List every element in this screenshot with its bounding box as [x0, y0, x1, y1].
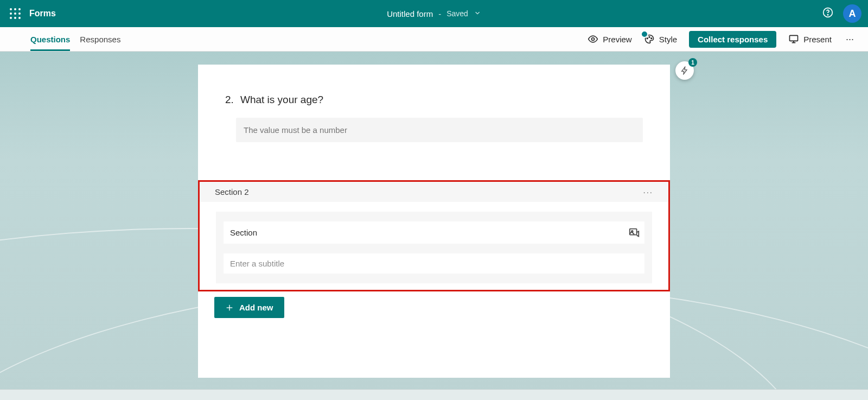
section-2-block: Section 2 ···	[198, 180, 670, 291]
question-2[interactable]: 2. What is your age?	[225, 94, 643, 106]
preview-label: Preview	[603, 35, 631, 44]
user-avatar[interactable]: A	[843, 4, 861, 23]
add-new-button[interactable]: Add new	[214, 297, 284, 318]
svg-point-1	[14, 8, 16, 10]
svg-point-11	[592, 38, 595, 41]
svg-point-0	[10, 8, 12, 10]
form-title[interactable]: Untitled form	[387, 9, 433, 18]
title-separator: -	[438, 9, 441, 18]
app-header: Forms Untitled form - Saved A	[0, 0, 868, 27]
app-name: Forms	[29, 9, 56, 18]
style-label: Style	[659, 35, 677, 44]
app-launcher-icon[interactable]	[9, 7, 22, 20]
window-status-bar	[0, 389, 868, 400]
svg-point-14	[651, 38, 652, 39]
chevron-down-icon[interactable]	[474, 9, 481, 18]
svg-point-13	[649, 36, 650, 37]
present-label: Present	[803, 35, 832, 44]
svg-point-2	[18, 8, 21, 10]
header-title-group: Untitled form - Saved	[387, 9, 481, 18]
svg-point-8	[18, 17, 21, 19]
question-text: What is your age?	[240, 94, 323, 106]
answer-placeholder-box[interactable]: The value must be a number	[236, 118, 643, 142]
svg-point-10	[827, 14, 828, 15]
section-body	[216, 212, 652, 283]
svg-point-5	[18, 12, 21, 15]
insert-media-icon[interactable]	[628, 227, 640, 239]
more-options-icon[interactable]: ···	[844, 34, 856, 45]
section-more-icon[interactable]: ···	[643, 187, 653, 196]
section-title-input[interactable]	[224, 221, 644, 244]
form-card: 1 2. What is your age? The value must be…	[198, 65, 670, 378]
present-button[interactable]: Present	[788, 34, 832, 45]
ideas-button[interactable]: 1	[675, 61, 694, 80]
style-button[interactable]: Style	[644, 34, 677, 45]
svg-point-12	[647, 38, 648, 39]
section-header[interactable]: Section 2 ···	[200, 182, 668, 202]
section-subtitle-input[interactable]	[224, 253, 644, 274]
question-number: 2.	[225, 94, 236, 106]
avatar-initial: A	[849, 8, 856, 20]
save-status: Saved	[446, 9, 468, 18]
style-update-badge	[641, 30, 648, 38]
collect-label: Collect responses	[698, 35, 768, 44]
tab-responses[interactable]: Responses	[80, 27, 120, 51]
tab-responses-label: Responses	[80, 35, 120, 44]
tab-questions-label: Questions	[30, 35, 70, 44]
help-icon[interactable]	[822, 7, 833, 21]
add-new-label: Add new	[239, 303, 273, 312]
svg-point-3	[10, 12, 12, 15]
command-bar: Questions Responses Preview Style Collec…	[0, 27, 868, 52]
section-label: Section 2	[215, 187, 249, 196]
svg-point-4	[14, 12, 16, 15]
preview-button[interactable]: Preview	[588, 34, 631, 45]
svg-point-6	[10, 17, 12, 19]
svg-point-7	[14, 17, 16, 19]
palette-icon	[644, 34, 655, 45]
editor-scroll-region[interactable]: 1 2. What is your age? The value must be…	[0, 52, 868, 389]
ideas-count-badge: 1	[688, 58, 697, 67]
svg-rect-15	[790, 35, 798, 41]
tab-questions[interactable]: Questions	[30, 27, 70, 51]
collect-responses-button[interactable]: Collect responses	[689, 31, 776, 48]
